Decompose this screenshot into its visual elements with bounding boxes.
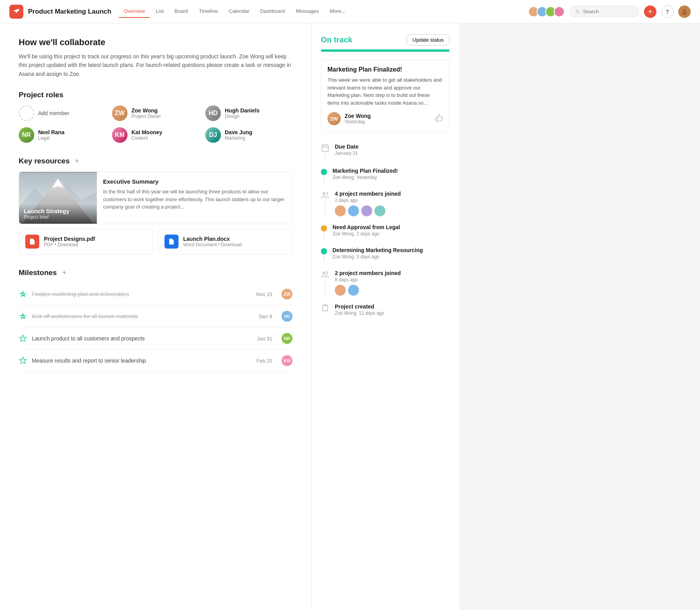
timeline-line-0 xyxy=(325,152,326,160)
timeline-title-4: Determining Marketing Resourcing xyxy=(332,247,450,253)
svg-rect-9 xyxy=(322,145,329,152)
add-button[interactable]: + xyxy=(644,5,656,18)
search-bar[interactable] xyxy=(569,6,639,17)
calendar-icon xyxy=(321,144,329,152)
status-update-card: Marketing Plan Finalized! This week we w… xyxy=(321,60,450,132)
svg-point-13 xyxy=(323,193,326,195)
milestone-avatar-2: NR xyxy=(282,333,292,344)
timeline-due-detail: January 31 xyxy=(335,151,450,156)
timeline-item-3: Need Approval from Legal Zoe Wong 2 days… xyxy=(321,220,450,243)
role-item-hugh: HD Hugh Daniels Design xyxy=(205,105,292,121)
tab-messages[interactable]: Messages xyxy=(291,5,324,18)
add-member-item[interactable]: Add member xyxy=(19,105,106,121)
status-label: On track xyxy=(321,35,352,44)
roles-grid: Add member ZW Zoe Wong Project Owner HD … xyxy=(19,105,292,143)
role-avatar-zoe[interactable]: ZW xyxy=(112,105,128,121)
role-avatar-dave[interactable]: DJ xyxy=(205,127,221,143)
timeline-member-avatars-2 xyxy=(335,205,450,216)
avatar-4[interactable] xyxy=(554,6,565,17)
tab-timeline[interactable]: Timeline xyxy=(194,5,223,18)
timeline-line-5 xyxy=(325,279,326,296)
tab-overview[interactable]: Overview xyxy=(119,5,149,18)
help-button[interactable]: ? xyxy=(661,5,674,18)
resource-thumb-sub: Project brief xyxy=(24,214,92,220)
doc-icon xyxy=(164,235,178,249)
nav-tabs: Overview List Board Timeline Calendar Da… xyxy=(119,5,350,18)
nav-right: + ? xyxy=(530,5,691,18)
search-icon xyxy=(575,9,580,14)
app-icon xyxy=(9,5,23,19)
status-author-avatar: ZW xyxy=(327,112,341,125)
tab-board[interactable]: Board xyxy=(170,5,193,18)
members-icon xyxy=(321,191,329,200)
like-button[interactable] xyxy=(435,114,443,124)
milestone-text-2: Launch product to all customers and pros… xyxy=(32,335,252,342)
activity-timeline: Due Date January 31 Marketing Plan Final… xyxy=(321,140,450,322)
role-avatar-neel[interactable]: NR xyxy=(19,127,34,143)
tab-more[interactable]: More... xyxy=(325,5,350,18)
timeline-content-5: 2 project members joined 8 days ago xyxy=(335,270,450,296)
timeline-left-3 xyxy=(321,224,327,239)
tab-calendar[interactable]: Calendar xyxy=(224,5,254,18)
milestone-check-icon-0 xyxy=(19,290,27,298)
add-member-avatar[interactable] xyxy=(19,105,34,121)
role-item-neel: NR Neel Rana Legal xyxy=(19,127,106,143)
role-avatar-hugh[interactable]: HD xyxy=(205,105,221,121)
tab-dashboard[interactable]: Dashboard xyxy=(256,5,290,18)
milestone-item-2: Launch product to all customers and pros… xyxy=(19,328,292,350)
timeline-item-1: Marketing Plan Finalized! Zoe Wong Yeste… xyxy=(321,164,450,187)
resource-description: In the first half of this year we will b… xyxy=(103,188,286,211)
svg-point-0 xyxy=(683,9,686,12)
resource-card-large[interactable]: Launch Strategy Project brief Executive … xyxy=(19,172,292,224)
role-item-kat: KM Kat Mooney Content xyxy=(112,127,199,143)
clipboard-icon xyxy=(321,303,329,312)
timeline-item-5: 2 project members joined 8 days ago xyxy=(321,266,450,300)
timeline-line-2 xyxy=(325,200,326,216)
file-doc[interactable]: Launch Plan.docx Word Document • Downloa… xyxy=(158,229,292,254)
status-bar xyxy=(321,49,450,52)
role-name-dave: Dave Jung xyxy=(225,129,252,135)
timeline-item-4: Determining Marketing Resourcing Zoe Won… xyxy=(321,243,450,266)
timeline-meta-3: Zoe Wong 2 days ago xyxy=(332,231,450,237)
milestone-item-0: Finalize marketing plan and deliverables… xyxy=(19,283,292,305)
member-av-4 xyxy=(374,205,385,216)
timeline-title-2: 4 project members joined xyxy=(335,191,450,197)
tab-list[interactable]: List xyxy=(151,5,168,18)
role-item-zoe: ZW Zoe Wong Project Owner xyxy=(112,105,199,121)
member-av-5a xyxy=(335,285,346,296)
update-status-button[interactable]: Update status xyxy=(407,34,450,46)
status-update-title: Marketing Plan Finalized! xyxy=(327,66,443,73)
timeline-meta-2: 2 days ago xyxy=(335,198,450,203)
svg-point-14 xyxy=(323,272,326,274)
timeline-content-4: Determining Marketing Resourcing Zoe Won… xyxy=(332,247,450,262)
search-input[interactable] xyxy=(583,9,634,14)
timeline-line-3 xyxy=(324,231,324,239)
sidebar: On track Update status Marketing Plan Fi… xyxy=(311,23,459,610)
user-avatar[interactable] xyxy=(678,5,691,18)
resource-thumbnail: Launch Strategy Project brief xyxy=(19,172,97,224)
add-resource-button[interactable]: + xyxy=(73,157,81,165)
resource-thumb-overlay: Launch Strategy Project brief xyxy=(19,204,97,224)
project-title: Product Marketing Launch xyxy=(28,8,111,16)
milestone-date-3: Feb 20 xyxy=(257,358,272,364)
timeline-content-1: Marketing Plan Finalized! Zoe Wong Yeste… xyxy=(332,168,450,183)
milestone-item-3: Measure results and report to senior lea… xyxy=(19,350,292,372)
add-milestone-button[interactable]: + xyxy=(60,268,68,277)
timeline-member-avatars-5 xyxy=(335,285,450,296)
timeline-content-6: Project created Zoe Wong 12 days ago xyxy=(335,303,450,318)
milestone-text-3: Measure results and report to senior lea… xyxy=(32,358,252,364)
role-name-zoe: Zoe Wong xyxy=(131,107,161,114)
resources-grid: Launch Strategy Project brief Executive … xyxy=(19,172,292,254)
role-avatar-kat[interactable]: KM xyxy=(112,127,128,143)
timeline-dot-teal-4 xyxy=(321,248,327,254)
resource-body: Executive Summary In the first half of t… xyxy=(97,172,292,224)
main-content: How we'll collaborate We'll be using thi… xyxy=(0,23,311,610)
milestone-avatar-3: KM xyxy=(282,355,292,366)
pdf-filename: Project Designs.pdf xyxy=(44,236,95,242)
resource-title: Executive Summary xyxy=(103,178,286,185)
file-pdf[interactable]: Project Designs.pdf PDF • Download xyxy=(19,229,153,254)
role-name-kat: Kat Mooney xyxy=(131,129,162,135)
doc-filename: Launch Plan.docx xyxy=(183,236,242,242)
resource-thumb-title: Launch Strategy xyxy=(24,208,92,214)
timeline-meta-1: Zoe Wong Yesterday xyxy=(332,175,450,180)
